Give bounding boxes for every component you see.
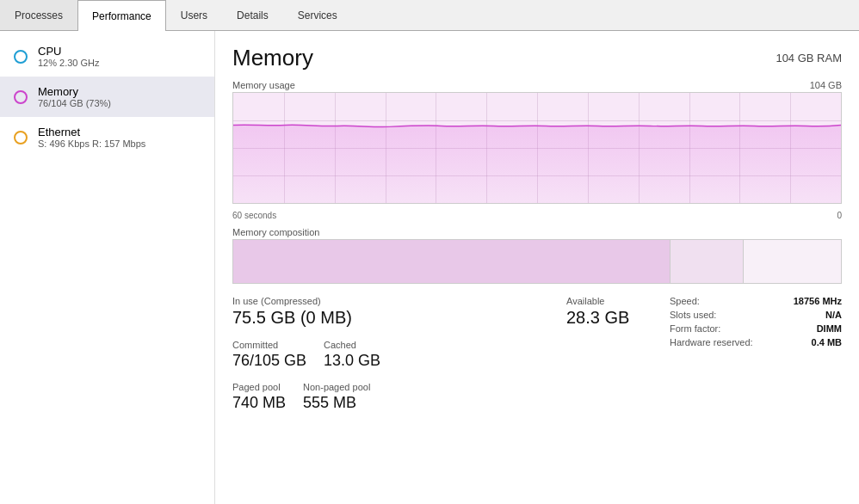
tab-bar: Processes Performance Users Details Serv… (0, 0, 859, 31)
stat-non-paged-pool: Non-paged pool 555 MB (303, 382, 370, 412)
memory-subtitle: 76/104 GB (73%) (38, 98, 111, 108)
stats-col-specs: Speed: 18756 MHz Slots used: N/A Form fa… (670, 296, 842, 412)
time-end: 0 (837, 211, 842, 220)
sidebar: CPU 12% 2.30 GHz Memory 76/104 GB (73%) … (0, 31, 215, 504)
ethernet-title: Ethernet (38, 126, 145, 138)
composition-label: Memory composition (232, 227, 319, 237)
memory-usage-graph (232, 92, 842, 204)
tab-processes[interactable]: Processes (0, 0, 77, 30)
time-labels: 60 seconds 0 (232, 211, 842, 220)
stat-in-use: In use (Compressed) 75.5 GB (0 MB) (232, 296, 566, 328)
tab-performance[interactable]: Performance (77, 0, 166, 31)
ethernet-icon (14, 131, 28, 144)
stats-col-left: In use (Compressed) 75.5 GB (0 MB) Commi… (232, 296, 566, 412)
page-title: Memory (232, 45, 313, 71)
stat-paged-pool: Paged pool 740 MB (232, 382, 286, 412)
segment-in-use (233, 240, 671, 283)
ram-label: 104 GB RAM (776, 52, 842, 65)
memory-usage-section: Memory usage 104 GB (232, 80, 842, 204)
main-content: CPU 12% 2.30 GHz Memory 76/104 GB (73%) … (0, 31, 859, 504)
segment-free (744, 240, 841, 283)
stat-cached: Cached 13.0 GB (324, 340, 380, 370)
memory-line-chart (233, 93, 841, 203)
composition-bar (233, 240, 841, 283)
content-panel: Memory 104 GB RAM Memory usage 104 GB (215, 31, 859, 504)
spec-speed: Speed: 18756 MHz (670, 296, 842, 306)
memory-usage-label: Memory usage (232, 80, 295, 90)
sidebar-item-memory[interactable]: Memory 76/104 GB (73%) (0, 77, 214, 117)
memory-title: Memory (38, 85, 111, 98)
tab-services[interactable]: Services (283, 0, 352, 30)
segment-cached (671, 240, 744, 283)
sidebar-item-ethernet[interactable]: Ethernet S: 496 Kbps R: 157 Mbps (0, 117, 214, 157)
content-header: Memory 104 GB RAM (232, 45, 842, 71)
spec-hw-reserved: Hardware reserved: 0.4 MB (670, 337, 842, 347)
memory-composition-section: Memory composition (232, 227, 842, 284)
cpu-title: CPU (38, 45, 100, 58)
sidebar-item-cpu[interactable]: CPU 12% 2.30 GHz (0, 36, 214, 77)
stats-col-mid: Available 28.3 GB (566, 296, 670, 412)
stats-grid: In use (Compressed) 75.5 GB (0 MB) Commi… (232, 296, 842, 412)
stat-committed: Committed 76/105 GB (232, 340, 306, 370)
time-start: 60 seconds (232, 211, 276, 220)
spec-slots: Slots used: N/A (670, 310, 842, 320)
composition-graph (232, 239, 842, 284)
cpu-icon (14, 50, 28, 64)
memory-icon (14, 90, 28, 104)
tab-users[interactable]: Users (166, 0, 222, 30)
cpu-subtitle: 12% 2.30 GHz (38, 58, 100, 68)
memory-usage-max: 104 GB (810, 80, 842, 90)
tab-details[interactable]: Details (222, 0, 283, 30)
spec-form-factor: Form factor: DIMM (670, 323, 842, 334)
stat-available: Available 28.3 GB (566, 296, 670, 328)
ethernet-subtitle: S: 496 Kbps R: 157 Mbps (38, 138, 145, 149)
